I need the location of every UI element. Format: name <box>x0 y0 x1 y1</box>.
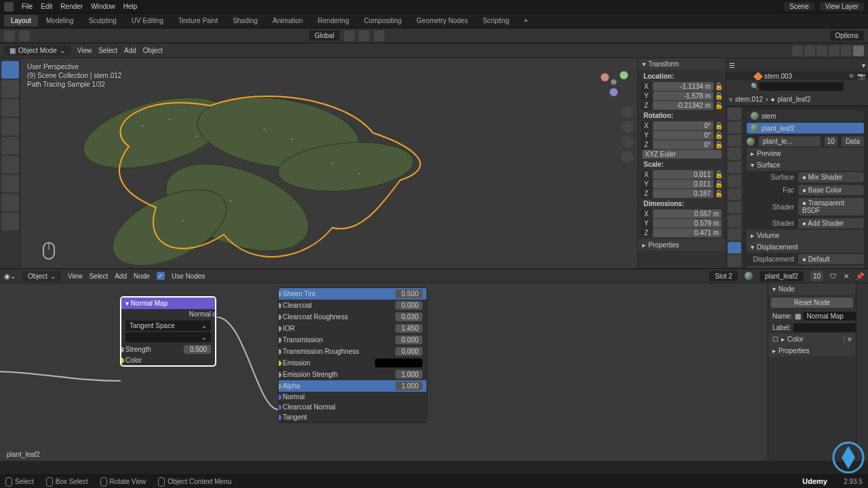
dim-z[interactable]: 0.471 m <box>653 228 722 237</box>
node-name-input[interactable] <box>804 312 856 321</box>
tab-physics-icon[interactable] <box>728 215 741 227</box>
uvmap-dropdown[interactable]: ⌄ <box>125 332 211 342</box>
tab-material-icon[interactable] <box>728 242 741 254</box>
bsdf-socket[interactable]: Sheen Tint0.500 <box>279 288 427 300</box>
shader-2[interactable]: ● Add Shader <box>798 218 864 228</box>
tool-cursor[interactable] <box>1 80 19 98</box>
scale-z[interactable]: 0.187 <box>653 189 713 198</box>
tool-select-box[interactable] <box>1 61 19 79</box>
tool-measure[interactable] <box>1 194 19 211</box>
lock-icon[interactable]: 🔓 <box>715 141 723 148</box>
tab-render-icon[interactable] <box>728 108 741 120</box>
menu-file[interactable]: File <box>22 3 33 10</box>
tab-scripting[interactable]: Scripting <box>476 15 516 26</box>
bsdf-socket[interactable]: Normal <box>279 392 427 402</box>
tab-output-icon[interactable] <box>728 121 741 134</box>
node-properties-panel[interactable]: ▸Properties <box>768 345 856 357</box>
node-normal-map[interactable]: ▾ Normal Map Normal Tangent Space⌄ ⌄ Str… <box>121 297 216 366</box>
menu-edit[interactable]: Edit <box>41 3 52 10</box>
editor-type-icon[interactable]: ◉⌄ <box>4 272 16 280</box>
tab-modeling[interactable]: Modeling <box>39 15 81 26</box>
tool-rotate[interactable] <box>1 118 19 136</box>
tab-animation[interactable]: Animation <box>266 15 309 26</box>
shading-solid-icon[interactable] <box>829 45 840 56</box>
volume-panel[interactable]: ▸Volume <box>747 230 864 241</box>
tab-modifier-icon[interactable] <box>728 188 741 201</box>
unlink-icon[interactable]: ✕ <box>844 272 849 280</box>
viewport-menu-add[interactable]: Add <box>124 47 136 54</box>
orientation-dropdown[interactable]: Global <box>309 30 340 41</box>
properties-panel-header[interactable]: ▸Properties <box>638 239 726 251</box>
bsdf-socket[interactable]: Clearcoat Roughness0.030 <box>279 311 427 323</box>
bsdf-socket[interactable]: Transmission Roughness0.000 <box>279 346 427 357</box>
snap-toggle-icon[interactable] <box>359 30 370 41</box>
cursor-icon[interactable] <box>4 30 15 41</box>
space-dropdown[interactable]: Tangent Space⌄ <box>125 321 211 331</box>
outliner-search-input[interactable] <box>759 82 844 91</box>
tab-object-icon[interactable] <box>728 175 741 187</box>
mode-selector[interactable]: ▦ Object Mode ⌄ <box>4 45 71 56</box>
tool-annotate[interactable] <box>1 175 19 192</box>
camera-icon[interactable] <box>621 136 633 148</box>
overlay-toggle-icon[interactable] <box>792 45 803 56</box>
3d-viewport[interactable]: User Perspective (9) Scene Collection | … <box>20 58 637 268</box>
scale-y[interactable]: 0.011 <box>653 180 713 188</box>
surface-shader[interactable]: ● Mix Shader <box>798 172 864 182</box>
lock-icon[interactable]: 🔓 <box>715 102 723 109</box>
menu-help[interactable]: Help <box>123 3 138 10</box>
fac-input[interactable]: ● Base Color <box>798 185 864 195</box>
displacement-panel[interactable]: ▾Displacement <box>747 241 864 253</box>
menu-render[interactable]: Render <box>60 3 83 10</box>
shading-wire-icon[interactable] <box>816 45 827 56</box>
render-icon[interactable]: 📷 <box>857 73 865 80</box>
shader-1[interactable]: ● Transparent BSDF <box>798 198 864 216</box>
material-slot-0[interactable]: stem <box>747 110 864 121</box>
zoom-icon[interactable] <box>621 106 633 118</box>
viewport-menu-select[interactable]: Select <box>98 47 117 54</box>
rotation-x[interactable]: 0° <box>653 121 713 130</box>
options-icon[interactable]: ⋮≡ <box>841 336 852 343</box>
tab-shading[interactable]: Shading <box>226 15 264 26</box>
fake-user-icon[interactable]: 🛡 <box>830 272 837 280</box>
shader-type[interactable]: Object ⌄ <box>22 271 61 281</box>
location-y[interactable]: -1.578 m <box>653 92 713 100</box>
node-right-tabs[interactable] <box>856 283 868 461</box>
bsdf-socket[interactable]: Clearcoat0.000 <box>279 300 427 311</box>
eye-icon[interactable]: 👁 <box>848 73 855 80</box>
material-users-badge[interactable]: 10 <box>810 271 823 281</box>
node-color-panel[interactable]: ☐ ▸Color⋮≡ <box>768 333 856 345</box>
tab-scene-icon[interactable] <box>728 148 741 160</box>
tab-sculpting[interactable]: Sculpting <box>82 15 123 26</box>
tool-add-primitive[interactable] <box>1 213 19 230</box>
tab-texture-paint[interactable]: Texture Paint <box>172 15 224 26</box>
perspective-icon[interactable] <box>621 150 633 163</box>
material-link-toggle[interactable]: Data <box>842 136 864 146</box>
pin-icon[interactable]: 📌 <box>856 272 864 280</box>
blender-logo-icon[interactable] <box>4 2 14 12</box>
surface-panel[interactable]: ▾Surface <box>747 159 864 171</box>
tab-world-icon[interactable] <box>728 161 741 174</box>
lock-icon[interactable]: 🔓 <box>715 92 723 100</box>
dim-y[interactable]: 0.579 m <box>653 219 722 228</box>
tab-geometry-nodes[interactable]: Geometry Nodes <box>410 15 475 26</box>
outliner[interactable]: stem.003👁📷stem.004👁📷stem.005👁📷plants1👁📷s… <box>726 72 868 80</box>
material-slot-1[interactable]: plant_leaf2 <box>747 123 864 134</box>
lock-icon[interactable]: 🔓 <box>715 122 723 129</box>
node-panel-header[interactable]: ▾Node <box>768 283 856 295</box>
menu-window[interactable]: Window <box>91 3 115 10</box>
filter-icon[interactable]: ▾ <box>862 62 865 69</box>
lock-icon[interactable]: 🔓 <box>715 131 723 139</box>
node-principled-bsdf[interactable]: Sheen Tint0.500Clearcoat0.000Clearcoat R… <box>278 287 427 423</box>
viewport-menu-view[interactable]: View <box>77 47 92 54</box>
preview-panel[interactable]: ▸Preview <box>747 148 864 159</box>
bsdf-socket[interactable]: Transmission0.000 <box>279 334 427 346</box>
node-editor-canvas[interactable]: ▾ Normal Map Normal Tangent Space⌄ ⌄ Str… <box>0 283 856 461</box>
shading-matprev-icon[interactable] <box>841 45 852 56</box>
shading-rendered-icon[interactable] <box>853 45 864 56</box>
displacement-input[interactable]: ● Default <box>798 254 864 264</box>
viewport-menu-object[interactable]: Object <box>143 47 163 54</box>
navigation-gizmo[interactable] <box>597 65 631 99</box>
tab-rendering[interactable]: Rendering <box>311 15 356 26</box>
material-icon[interactable] <box>745 272 753 280</box>
transform-panel-header[interactable]: ▾Transform <box>638 58 726 70</box>
